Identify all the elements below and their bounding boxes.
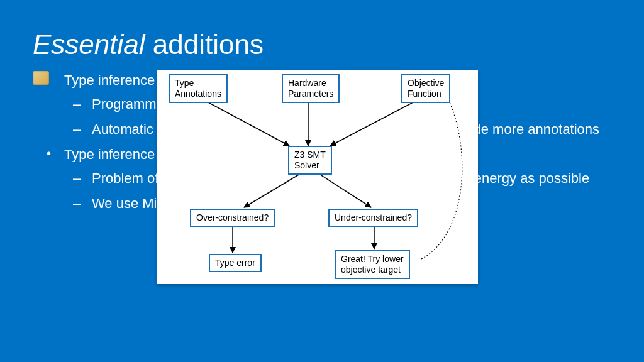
node-type-annotations: Type Annotations xyxy=(169,74,228,103)
node-type-error: Type error xyxy=(209,254,262,272)
node-over-constrained: Over-constrained? xyxy=(190,209,275,227)
title-italic: Essential xyxy=(33,29,145,60)
node-under-constrained: Under-constrained? xyxy=(328,209,418,227)
slide-title: Essential additions xyxy=(33,29,611,61)
node-lower-objective: Great! Try lower objective target xyxy=(335,250,410,279)
node-z3-solver: Z3 SMT Solver xyxy=(288,146,332,175)
svg-line-4 xyxy=(314,171,371,207)
slide: Essential additions Type inference Progr… xyxy=(0,0,644,362)
svg-line-3 xyxy=(244,171,305,207)
toast-icon xyxy=(33,71,49,85)
title-rest: additions xyxy=(145,29,264,60)
bullet-1-text: Type inference xyxy=(64,72,155,88)
node-hardware-parameters: Hardware Parameters xyxy=(282,74,340,103)
svg-line-2 xyxy=(330,98,421,146)
flow-diagram: Type Annotations Hardware Parameters Obj… xyxy=(157,70,478,284)
node-objective-function: Objective Function xyxy=(401,74,450,103)
svg-line-0 xyxy=(200,98,289,146)
